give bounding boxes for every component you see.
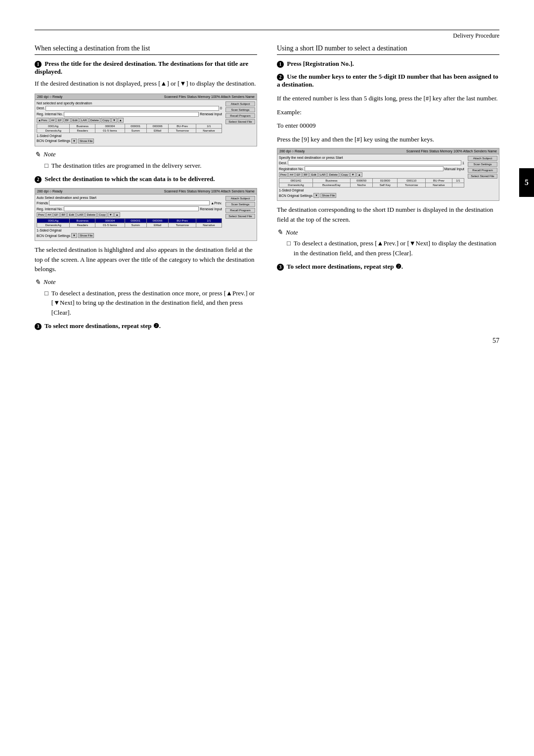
screen3-copy[interactable]: Copy [340,172,350,177]
screen2-select-stored[interactable]: Select Stored File [225,214,255,219]
screen3-bf[interactable]: BF [303,172,310,177]
screen1-del-btn[interactable]: Delete [89,118,100,123]
screen1-renewal: Renewal Input [200,112,222,116]
screen2-reg-label: Reg. Internal No. [37,207,63,211]
screen2-show-file[interactable]: Show File [78,233,94,238]
left-step1-text: Press the title for the desired destinat… [35,60,248,75]
screen3-del[interactable]: Delete [327,172,339,177]
screen1-bf-btn[interactable]: BF [64,118,71,123]
screen1-copy-btn[interactable]: Copy [101,118,111,123]
screen3-reg-label: Registration No. [279,167,304,171]
right-step2-circle: 2 [277,74,284,81]
screen2-ef[interactable]: EF [53,212,60,217]
screen1-hash-btn[interactable]: ## [50,118,56,123]
screen1-dest-input[interactable] [45,106,219,111]
right-step1: 1 Press [Registration No.]. [277,60,499,68]
screen2-down2[interactable]: ▼ [71,233,77,238]
left-body-after-step2: The selected destination is highlighted … [35,245,257,274]
screen1-up-btn[interactable]: ▲ [118,118,124,123]
right-body2: The destination corresponding to the sho… [277,205,499,224]
left-note2-title: ✎ Note [35,278,257,286]
screen1-lar-btn[interactable]: LAR [80,118,89,123]
screen3-reg-input[interactable] [305,166,443,171]
right-example-label: Example: [277,107,499,117]
page-number: 57 [492,337,499,345]
screen2-hash[interactable]: ## [46,212,52,217]
screen3-up[interactable]: ▲ [356,172,362,177]
screen2-prev-nav[interactable]: Prev [37,212,45,217]
screen2-original-settings: BCN Original Settings [37,234,70,237]
left-step3-text: To select more destinations, repeat step… [44,322,161,330]
screen2-attach-subject[interactable]: Attach Subject [225,196,255,201]
right-example-body: To enter 00009 [277,121,499,131]
screen3-recall-program[interactable]: Recall Program [468,168,497,173]
screen2-status: Auto Select destination and press Start [37,196,96,199]
right-note1-icon: ✎ [277,228,283,236]
screen1-select-original: 1-Sided Original [37,134,61,138]
screen2-prev-btn[interactable]: ▲Prev. [211,201,222,205]
screen1-ef-btn[interactable]: EF [56,118,63,123]
screen3-hash[interactable]: ## [288,172,295,177]
right-step2: 2 Use the number keys to enter the 5-dig… [277,73,499,89]
screen2-del[interactable]: Delete [85,212,96,217]
left-note2-item: To deselect a destination, press the des… [44,288,257,318]
right-section-title: Using a short ID number to select a dest… [277,45,499,55]
screen2-edit[interactable]: Edit [67,212,75,217]
page-header: Delivery Procedure [35,32,499,40]
screen2-scan-settings[interactable]: Scan Settings [225,202,255,207]
screen1-scan-settings[interactable]: Scan Settings [225,107,255,112]
screen1-select-stored[interactable]: Select Stored File [225,119,255,124]
screen1-reg-input[interactable] [64,112,199,117]
screen1-edit-btn[interactable]: Edit [71,118,79,123]
screen3-select-stored[interactable]: Select Stored File [468,174,497,179]
left-step3: 3 To select more destinations, repeat st… [35,322,257,330]
right-step3: 3 To select more destinations, repeat st… [277,263,499,271]
screen1-down2[interactable]: ▼ [71,139,77,143]
right-step2-title: 2 Use the number keys to enter the 5-dig… [277,73,499,89]
right-step1-text: Press [Registration No.]. [287,60,354,67]
screen2-up[interactable]: ▲ [114,212,120,217]
screen1-recall-program[interactable]: Recall Program [225,113,255,118]
screen3-scan-settings[interactable]: Scan Settings [468,162,497,167]
left-column: When selecting a destination from the li… [35,45,257,335]
screen3-show-file[interactable]: Show File [320,193,336,198]
left-note1: ✎ Note The destination titles are progra… [35,150,257,171]
screen3-title-right: Scanned Files Status Memory 100% Attach … [406,149,497,153]
screen-mockup-1: 280 dpi ○ Ready Scanned Files Status Mem… [35,94,257,146]
note1-icon: ✎ [35,150,41,159]
screen1-attach-subject[interactable]: Attach Subject [225,101,255,106]
left-step2-title: 2 Select the destination to which the sc… [35,175,257,183]
screen2-copy[interactable]: Copy [97,212,107,217]
screen3-edit[interactable]: Edit [310,172,317,177]
screen2-lar[interactable]: LAR [76,212,85,217]
screen1-show-file[interactable]: Show File [78,139,94,143]
screen2-bf[interactable]: BF [60,212,67,217]
screen3-down2[interactable]: ▼ [313,193,319,198]
screen3-ef[interactable]: EF [295,172,302,177]
screen2-down[interactable]: ▼ [108,212,114,217]
right-note1: ✎ Note To deselect a destination, press … [277,228,499,258]
right-step1-circle: 1 [277,61,284,68]
left-note2: ✎ Note To deselect a destination, press … [35,278,257,318]
left-note1-title: ✎ Note [35,150,257,159]
screen3-dest-label: Dest. [279,161,287,165]
screen3-prev[interactable]: Prev [279,172,288,177]
screen2-dest-input[interactable] [49,200,210,205]
screen1-down-btn[interactable]: ▼ [111,118,117,123]
screen3-dest-input[interactable] [288,160,461,165]
screen3-attach-subject[interactable]: Attach Subject [468,156,497,161]
screen3-lar[interactable]: LAR [318,172,327,177]
screen3-down[interactable]: ▼ [350,172,356,177]
right-body1: If the entered number is less than 5 dig… [277,94,499,103]
screen1-sidebar: Attach Subject Scan Settings Recall Prog… [225,101,255,144]
left-note1-item: The destination titles are programed in … [44,161,257,171]
screen2-title-right: Scanned Files Status Memory 100% Attach … [164,189,255,193]
screen2-recall-program[interactable]: Recall Program [225,208,255,213]
screen1-prev-btn[interactable]: ▲Prev. [37,118,49,123]
screen2-reg-input[interactable] [64,206,199,211]
screen1-original-settings: BCN Original Settings [37,139,70,142]
left-step3-circle: 3 [35,323,42,330]
screen1-reg-label: Reg. Internal No. [37,112,63,116]
screen1-table: 0001AgBusiness000004000001000006BU-Prev1… [37,124,222,133]
screen1-title-left: 280 dpi ○ Ready [37,95,62,98]
